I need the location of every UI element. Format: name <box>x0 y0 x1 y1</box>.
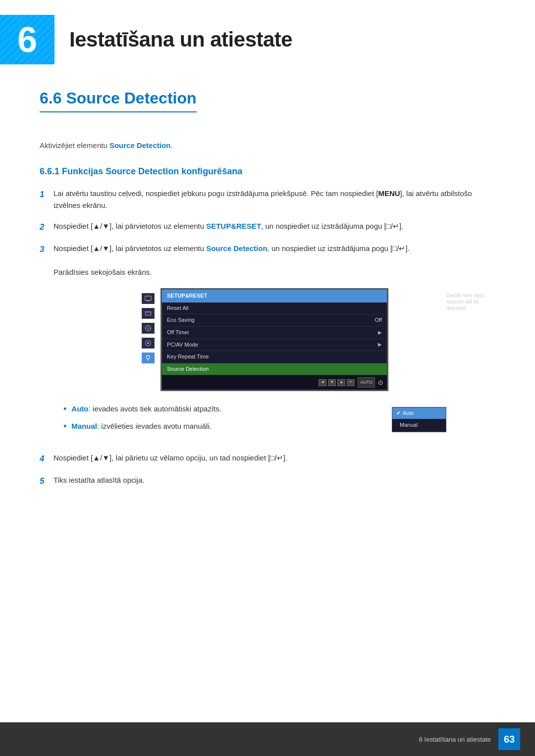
section-header: 6.6 Source Detection <box>40 89 495 127</box>
steps-list: 1 Lai atvērtu taustiņu ceļvedi, nospiedi… <box>40 188 495 488</box>
svg-point-10 <box>147 342 149 344</box>
chapter-header: 6 Iestatīšana un atiestate <box>0 0 535 74</box>
nav-btn-down: ▼ <box>328 379 336 386</box>
monitor-icon-2 <box>142 308 155 319</box>
activate-bold: Source Detection <box>109 141 170 150</box>
osd-menu: SETUP&RESET Reset All Eco SavingOff Off … <box>160 288 388 391</box>
osd-row-key-repeat: Key Repeat Time <box>162 351 387 363</box>
nav-btn-up: ▲ <box>337 379 345 386</box>
page-footer: 6 Iestatīšana un atiestate 63 <box>0 722 535 756</box>
step-3: 3 Nospiediet [▲/▼], lai pārvietotos uz e… <box>40 243 495 443</box>
osd-nav-icons: ◄ ▼ ▲ ↵ <box>319 379 355 386</box>
step-1: 1 Lai atvērtu taustiņu ceļvedi, nospiedi… <box>40 188 495 211</box>
svg-rect-0 <box>145 296 152 300</box>
step-4: 4 Nospiediet [▲/▼], lai pārietu uz vēlam… <box>40 452 495 465</box>
footer-page-number: 63 <box>498 728 520 750</box>
osd-row-pcav: PC/AV Mode▶ <box>162 339 387 352</box>
svg-point-11 <box>147 355 150 359</box>
osd-submenu: ✔Auto Manual <box>392 407 446 432</box>
footer-chapter-text: 6 Iestatīšana un atiestate <box>419 736 491 743</box>
osd-row-off-timer: Off Timer▶ <box>162 327 387 339</box>
step-5: 5 Tiks iestatīta atlasītā opcija. <box>40 474 495 488</box>
monitor-icon-4 <box>142 338 155 349</box>
osd-header: SETUP&RESET <box>162 290 387 302</box>
osd-row-eco: Eco SavingOff <box>162 314 387 327</box>
osd-submenu-auto: ✔Auto <box>392 407 446 420</box>
osd-row-source-detection: Source Detection ✔Auto Manual <box>162 363 387 376</box>
monitor-icon-5 <box>142 353 155 363</box>
chapter-number: 6 <box>0 15 54 64</box>
monitor-icon-3 <box>142 323 155 334</box>
nav-btn-left: ◄ <box>319 379 326 386</box>
monitor-icon-1 <box>142 293 155 304</box>
osd-status: AUTO <box>358 377 375 387</box>
osd-tooltip: Decide how input sources will be detecte… <box>446 292 491 311</box>
osd-submenu-manual: Manual <box>392 419 446 432</box>
activate-paragraph: Aktivizējiet elementu Source Detection. <box>40 140 495 151</box>
chapter-title: Iestatīšana un atiestate <box>69 28 292 51</box>
subsection-title: 6.6.1 Funkcijas Source Detection konfigu… <box>40 166 495 177</box>
screen-container: SETUP&RESET Reset All Eco SavingOff Off … <box>54 288 495 391</box>
section-title: 6.6 Source Detection <box>40 89 197 112</box>
nav-btn-enter: ↵ <box>347 379 355 386</box>
osd-bottom-bar: ◄ ▼ ▲ ↵ AUTO ⏻ <box>162 375 387 389</box>
step-2: 2 Nospiediet [▲/▼], lai pārvietotos uz e… <box>40 220 495 234</box>
monitor-icons <box>142 293 155 363</box>
main-content: 6.6 Source Detection Aktivizējiet elemen… <box>0 89 535 488</box>
svg-rect-4 <box>145 312 151 315</box>
osd-row-reset: Reset All <box>162 302 387 315</box>
